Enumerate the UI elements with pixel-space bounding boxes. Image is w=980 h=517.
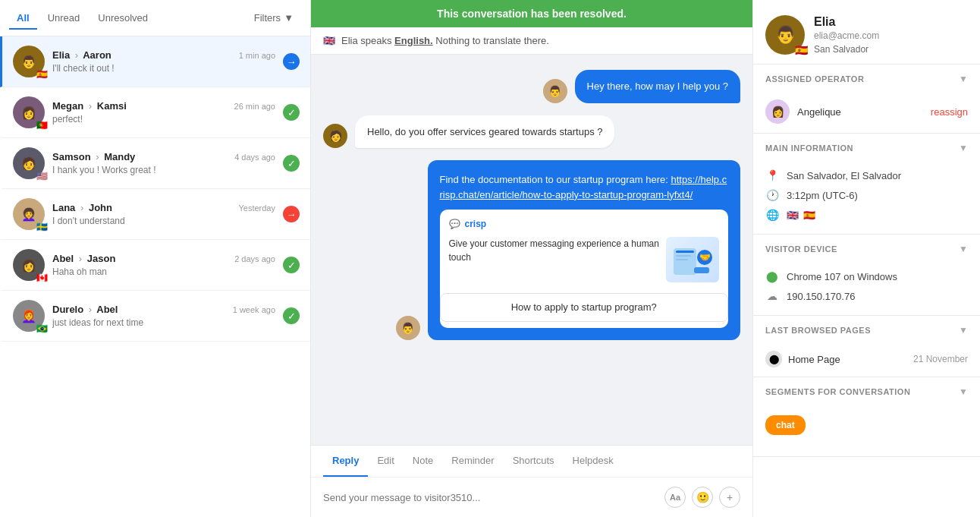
chevron-down-icon: ▼: [959, 325, 968, 336]
reassign-link[interactable]: reassign: [931, 106, 968, 118]
tab-unread[interactable]: Unread: [40, 8, 88, 30]
contact-avatar: 👨 🇪🇸: [765, 15, 805, 55]
tab-reply[interactable]: Reply: [323, 446, 368, 477]
chevron-down-icon: ▼: [959, 386, 968, 397]
message-row: Find the documentation to our startup pr…: [323, 160, 740, 340]
section-header-segments[interactable]: SEGMENTS FOR CONVERSATION ▼: [753, 377, 980, 406]
operator-name: Angelique: [797, 106, 923, 118]
conversation-item[interactable]: 🧑 🇺🇸 Samson › Mandy 4 days ago I hank yo…: [0, 138, 310, 189]
flag-icon: 🇧🇷: [36, 324, 48, 333]
contact-location: San Salvador: [814, 44, 968, 55]
conversation-preview: Haha oh man: [52, 266, 275, 277]
conversation-item[interactable]: 👩 🇵🇹 Megan › Kamsi 26 min ago perfect! ✓: [0, 87, 310, 138]
conversation-preview: I'll check it out !: [52, 63, 275, 74]
cloud-icon: ☁: [765, 290, 779, 302]
flag-es-icon: 🇪🇸: [803, 210, 815, 221]
message-card: Find the documentation to our startup pr…: [428, 160, 741, 340]
flag-uk-icon: 🇬🇧: [323, 35, 335, 46]
page-icon: ⬤: [765, 351, 782, 367]
location-row: 📍 San Salvador, El Salvador: [765, 166, 968, 185]
chevron-down-icon: ▼: [959, 244, 968, 254]
emoji-icon[interactable]: 🙂: [692, 487, 713, 508]
conversation-tabs: All Unread Unresolved Filters ▼: [0, 0, 310, 36]
ip-value: 190.150.170.76: [787, 291, 855, 302]
contact-email: elia@acme.com: [814, 30, 968, 41]
tab-edit[interactable]: Edit: [368, 446, 403, 477]
conversation-time: 1 min ago: [239, 51, 275, 60]
tab-unresolved[interactable]: Unresolved: [90, 8, 155, 30]
reply-input-area: Aa 🙂 +: [311, 477, 752, 517]
svg-text:🤝: 🤝: [699, 251, 711, 263]
resolved-banner: This conversation has been resolved.: [311, 0, 752, 27]
crisp-card-image: 🤝: [666, 237, 719, 282]
flag-icon: 🇪🇸: [36, 70, 48, 79]
card-button[interactable]: How to apply to startup program?: [440, 293, 729, 322]
conversation-time: 26 min ago: [234, 102, 275, 111]
chrome-icon: ⬤: [765, 270, 779, 282]
conversation-time: 2 days ago: [234, 254, 275, 263]
tab-helpdesk[interactable]: Helpdesk: [564, 446, 623, 477]
section-header-visitor-device[interactable]: VISITOR DEVICE ▼: [753, 235, 980, 263]
tab-all[interactable]: All: [9, 8, 37, 30]
time-value: 3:12pm (UTC-6): [787, 190, 858, 201]
message-avatar: 👨: [396, 316, 420, 340]
browser-value: Chrome 107 on Windows: [787, 271, 897, 282]
main-information-section: MAIN INFORMATION ▼ 📍 San Salvador, El Sa…: [753, 134, 980, 235]
avatar: 👩‍🦱 🇸🇪: [13, 198, 45, 230]
conversation-item[interactable]: 👨 🇪🇸 Elia › Aaron 1 min ago I'll check i…: [0, 36, 310, 87]
tab-shortcuts[interactable]: Shortcuts: [504, 446, 564, 477]
status-icon: ✓: [283, 104, 300, 121]
message-avatar: 👨: [543, 79, 567, 103]
add-icon[interactable]: +: [719, 487, 740, 508]
operator-avatar: 👩: [765, 99, 790, 124]
section-title: SEGMENTS FOR CONVERSATION: [765, 387, 910, 396]
conversation-participants: Durelo › Abel: [52, 304, 118, 315]
browser-row: ⬤ Chrome 107 on Windows: [765, 266, 968, 286]
location-value: San Salvador, El Salvador: [787, 170, 901, 181]
section-header-assigned[interactable]: ASSIGNED OPERATOR ▼: [753, 65, 980, 93]
flag-icon: 🇺🇸: [36, 172, 48, 181]
avatar: 👨 🇪🇸: [13, 46, 45, 77]
chat-segment-badge[interactable]: chat: [765, 415, 806, 435]
message-row: 🧑 Hello, do you offer services geared to…: [323, 115, 740, 149]
chevron-down-icon: ▼: [284, 12, 294, 24]
status-icon: →: [283, 53, 300, 70]
globe-icon: 🌐: [765, 209, 779, 221]
conversation-preview: perfect!: [52, 114, 275, 125]
flag-en-icon: 🇬🇧: [787, 210, 799, 221]
conversation-item[interactable]: 👩 🇨🇦 Abel › Jason 2 days ago Haha oh man…: [0, 240, 310, 291]
visitor-device-section: VISITOR DEVICE ▼ ⬤ Chrome 107 on Windows…: [753, 235, 980, 316]
flag-icon: 🇵🇹: [36, 121, 48, 130]
segments-section: SEGMENTS FOR CONVERSATION ▼ chat: [753, 377, 980, 457]
status-icon: ✓: [283, 257, 300, 273]
conversation-item[interactable]: 👩‍🦰 🇧🇷 Durelo › Abel 1 week ago just ide…: [0, 291, 310, 342]
translation-bar: 🇬🇧 Elia speaks English. Nothing to trans…: [311, 27, 752, 55]
assigned-operator-section: ASSIGNED OPERATOR ▼ 👩 Angelique reassign: [753, 65, 980, 134]
message-input[interactable]: [323, 492, 657, 503]
section-title: VISITOR DEVICE: [765, 244, 837, 254]
chat-messages: Hey there, how may I help you ? 👨 🧑 Hell…: [311, 55, 752, 445]
conversation-time: 1 week ago: [233, 305, 275, 314]
tab-note[interactable]: Note: [404, 446, 442, 477]
font-size-icon[interactable]: Aa: [664, 487, 686, 508]
tab-reminder[interactable]: Reminder: [442, 446, 503, 477]
filters-button[interactable]: Filters ▼: [247, 8, 301, 28]
avatar: 👩‍🦰 🇧🇷: [13, 300, 45, 332]
section-header-browsed[interactable]: LAST BROWSED PAGES ▼: [753, 316, 980, 345]
right-panel: 👨 🇪🇸 Elia elia@acme.com San Salvador ASS…: [752, 0, 980, 517]
clock-icon: 🕐: [765, 189, 779, 201]
conversation-participants: Samson › Mandy: [52, 151, 135, 162]
status-icon: ✓: [283, 155, 300, 172]
flag-icon: 🇨🇦: [36, 273, 48, 282]
flag-icon: 🇸🇪: [36, 222, 48, 232]
conversation-time: Yesterday: [238, 203, 275, 213]
conversation-item[interactable]: 👩‍🦱 🇸🇪 Lana › John Yesterday I don't und…: [0, 189, 310, 240]
svg-rect-3: [676, 259, 688, 260]
browsed-page-row: ⬤ Home Page 21 November: [753, 345, 980, 377]
language-label: English.: [394, 35, 433, 46]
section-header-main-info[interactable]: MAIN INFORMATION ▼: [753, 134, 980, 162]
section-title: LAST BROWSED PAGES: [765, 326, 871, 335]
avatar: 👩 🇨🇦: [13, 249, 45, 281]
page-name: Home Page: [788, 354, 913, 365]
location-icon: 📍: [765, 169, 779, 181]
